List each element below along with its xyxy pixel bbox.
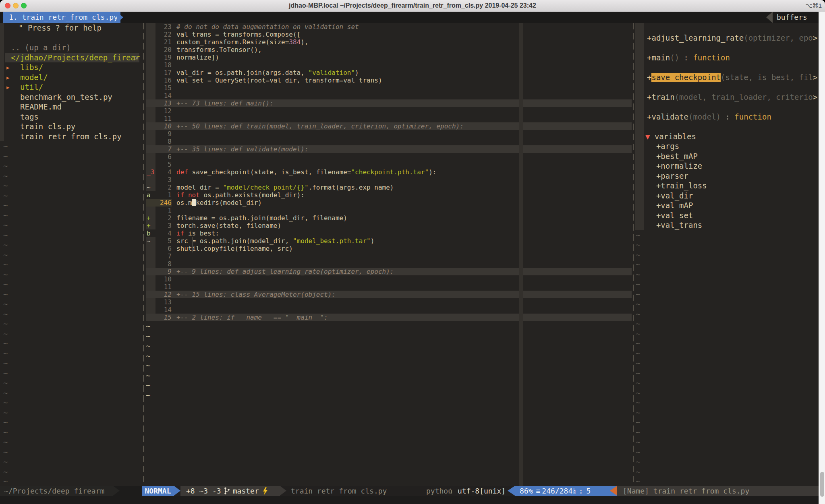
buffer-tab[interactable]: 1. train_retr_from_cls.py [3,12,120,23]
code-line[interactable]: ~2 model_dir = "model/check_point/{}".fo… [146,184,632,191]
fold-line[interactable]: 13+-- 73 lines: def main(): [146,99,632,107]
gutter-sign [146,31,155,38]
fold-line[interactable]: 12+-- 15 lines: class AverageMeter(objec… [146,291,632,298]
empty-line-tilde: ~ [146,371,632,381]
code-line[interactable]: 15 [146,84,632,92]
empty-line-tilde: ~ [635,398,819,408]
code-token: def [176,168,188,176]
tag-item[interactable]: +save_checkpoint(state, is_best, fil> [635,72,819,83]
code-line[interactable]: 7 [146,252,632,260]
fold-line[interactable]: 10+-- 50 lines: def train(model, train_l… [146,122,632,130]
code-line[interactable]: 10 [146,275,632,283]
code-line[interactable]: 5 [146,161,632,168]
code-token: "model_best.pth.tar" [293,237,371,245]
empty-line-tilde: ~ [635,428,819,438]
tag-item[interactable]: +args [635,141,819,151]
code-line[interactable]: a1 if not os.path.exists(model_dir): [146,191,632,199]
code-token: os.makedirs(model_dir) [176,199,262,207]
empty-line-tilde: ~ [146,361,632,371]
code-text [176,115,632,122]
tree-item[interactable]: " Press ? for help [0,23,139,33]
code-line[interactable]: 8 [146,138,632,145]
code-line[interactable]: +3 torch.save(state, filename) [146,222,632,229]
code-line[interactable]: 9 [146,130,632,138]
code-line[interactable]: 20 transforms.ToTensor(), [146,46,632,54]
tag-group-variables[interactable]: ▼ variables [635,132,819,142]
tagbar-pane: +adjust_learning_rate(optimizer, epo>+ma… [632,23,819,486]
tag-item[interactable]: +validate(model) : function [635,112,819,122]
command-line[interactable] [0,496,819,504]
scrollbar-thumb[interactable] [820,472,824,497]
code-line[interactable]: 19 normalize]) [146,54,632,61]
text-cursor [192,199,196,206]
code-line[interactable]: 13 [146,298,632,306]
fold-line[interactable]: 9+-- 9 lines: def adjust_learning_rate(o… [146,268,632,275]
code-line[interactable]: 11 [146,115,632,122]
tree-item[interactable]: benchmark_on_test.py [0,92,139,102]
empty-line-tilde: ~ [635,349,819,359]
tree-item[interactable]: ▸model/ [0,72,139,83]
empty-line-tilde: ~ [635,240,819,250]
code-line[interactable]: 16val_set = QuerySet(root=val_dir, trans… [146,76,632,84]
tag-item[interactable]: +train(model, train_loader, criterio> [635,92,819,102]
macos-titlebar[interactable]: jdhao-MBP.local ~/Projects/deep_firearm/… [0,0,825,12]
tree-item[interactable]: </jdhao/Projects/deep_firear> [5,53,139,63]
tag-item[interactable]: +parser [635,171,819,181]
code-line[interactable]: 17val_dir = os.path.join(args.data, "val… [146,69,632,76]
truncation-indicator: > [134,53,139,63]
code-text [176,298,632,306]
empty-line-tilde: ~ [635,279,819,289]
code-line[interactable]: 12 [146,107,632,115]
tag-item[interactable]: +val_trans [635,220,819,230]
code-line[interactable]: 22val_trans = transforms.Compose([ [146,31,632,38]
tag-item[interactable]: +best_mAP [635,151,819,161]
powerline-arrow [174,486,180,496]
code-token: .format(args.exp_name) [309,184,394,191]
code-line[interactable]: 8 [146,260,632,268]
gutter-sign [146,291,155,298]
code-text: +-- 9 lines: def adjust_learning_rate(op… [176,268,632,275]
tag-item[interactable]: +val_dir [635,191,819,201]
folder-collapsed-icon: ▸ [6,82,10,92]
code-line[interactable]: b4 if is_best: [146,229,632,237]
tree-item[interactable]: ▸util/ [0,82,139,92]
code-line[interactable]: 21 custom_transform.Resize(size=384), [146,38,632,46]
code-line[interactable]: 14 [146,92,632,99]
code-line[interactable]: 18 [146,61,632,69]
code-text [176,176,632,184]
code-line[interactable]: 246 os.makedirs(model_dir) [146,199,632,207]
tree-item[interactable]: .. (up a dir) [0,43,139,53]
code-line[interactable]: 3 [146,176,632,184]
tag-item[interactable]: +normalize [635,161,819,171]
gutter-sign [146,23,155,31]
tree-item[interactable]: README.md [0,102,139,112]
fold-line[interactable]: 15+-- 2 lines: if __name__ == "__main__"… [146,314,632,321]
gutter-sign [146,122,155,130]
code-line[interactable]: 6 shutil.copyfile(filename, src) [146,245,632,252]
line-number: 7 [155,145,172,153]
tree-item[interactable]: train_cls.py [0,122,139,132]
tag-item[interactable]: +adjust_learning_rate(optimizer, epo> [635,33,819,43]
tag-item[interactable]: +train_loss [635,181,819,191]
tree-item[interactable]: tags [0,112,139,122]
code-line[interactable]: _34def save_checkpoint(state, is_best, f… [146,168,632,176]
fold-line[interactable]: 7+-- 35 lines: def validate(model): [146,145,632,153]
line-number: 9 [155,130,172,138]
code-line[interactable]: 14 [146,306,632,314]
tag-item[interactable]: +val_mAP [635,200,819,211]
scrollbar-track[interactable] [819,12,825,504]
tree-item[interactable]: train_retr_from_cls.py [0,132,139,142]
tree-item-label: benchmark_on_test.py [20,93,112,101]
tree-item[interactable]: ▸libs/ [0,62,139,72]
code-text: +-- 73 lines: def main(): [176,99,632,107]
code-line[interactable]: 11 [146,283,632,291]
code-line[interactable]: 6 [146,153,632,161]
tag-item[interactable]: +main() : function [635,53,819,63]
tag-item[interactable]: +val_set [635,211,819,221]
code-line[interactable]: ~5 src = os.path.join(model_dir, "model_… [146,237,632,245]
code-line[interactable]: 23# do not do data augmentation on valid… [146,23,632,31]
code-line[interactable]: 1 [146,207,632,214]
code-line[interactable]: +2 filename = os.path.join(model_dir, fi… [146,214,632,222]
gutter-sign [146,46,155,54]
code-token: "validation" [309,69,355,76]
